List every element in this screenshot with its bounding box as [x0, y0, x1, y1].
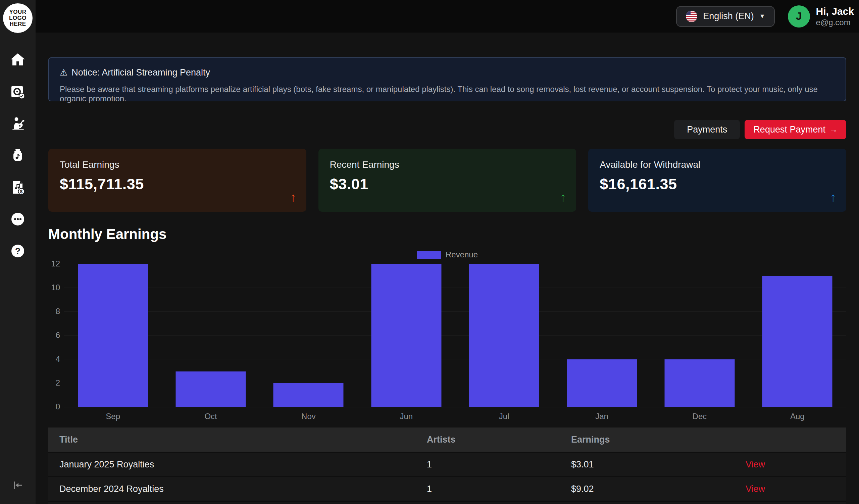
stat-label: Available for Withdrawal — [600, 159, 835, 170]
legend-label: Revenue — [446, 250, 478, 259]
stat-label: Total Earnings — [60, 159, 295, 170]
app: YOUR LOGO HERE — [0, 0, 859, 504]
stat-value: $115,711.35 — [60, 175, 295, 193]
bar-jun[interactable] — [371, 264, 441, 407]
column-header-earnings: Earnings — [560, 434, 735, 445]
royalties-report-icon: $ — [10, 179, 26, 195]
stat-value: $3.01 — [330, 175, 565, 193]
notice-body: Please be aware that streaming platforms… — [60, 85, 835, 103]
bar-jul[interactable] — [469, 264, 539, 407]
x-tick-label: Sep — [106, 412, 120, 421]
collapse-sidebar-button[interactable] — [11, 478, 25, 493]
logo-line: YOUR — [9, 9, 26, 15]
bar-sep[interactable] — [78, 264, 148, 407]
avatar: J — [788, 5, 810, 28]
sidebar-item-home[interactable] — [10, 52, 26, 68]
bar-oct[interactable] — [176, 371, 246, 407]
row-artists: 1 — [416, 484, 560, 494]
release-approved-icon — [10, 83, 26, 100]
gridline — [64, 311, 846, 312]
view-link[interactable]: View — [745, 484, 765, 494]
sidebar-item-royalties[interactable]: $ — [10, 179, 26, 195]
chevron-down-icon: ▼ — [759, 13, 765, 20]
sidebar-item-help[interactable]: ? — [10, 243, 26, 259]
row-earnings: $3.01 — [560, 459, 735, 470]
gridline — [64, 335, 846, 336]
view-link[interactable]: View — [745, 459, 765, 470]
more-icon — [10, 211, 26, 227]
y-tick-label: 6 — [47, 331, 60, 340]
user-info: Hi, Jack e@g.com — [816, 6, 854, 27]
logo[interactable]: YOUR LOGO HERE — [3, 3, 32, 33]
logo-line: HERE — [10, 21, 26, 27]
y-tick-label: 8 — [47, 307, 60, 316]
gridline — [64, 288, 846, 288]
recent-earnings-card: Recent Earnings $3.01 ↑ — [318, 149, 576, 212]
y-tick-label: 12 — [47, 259, 60, 269]
table-row: January 2025 Royalties 1 $3.01 View — [48, 452, 846, 476]
table-row: December 2024 Royalties 1 $9.02 View — [48, 476, 846, 501]
x-tick-label: Aug — [790, 412, 805, 421]
sidebar-item-releases[interactable] — [10, 83, 26, 100]
svg-text:?: ? — [15, 246, 20, 256]
user-greeting: Hi, Jack — [816, 6, 854, 17]
y-tick-label: 10 — [47, 283, 60, 292]
stat-cards: Total Earnings $115,711.35 ↑ Recent Earn… — [48, 149, 846, 212]
legend-swatch — [417, 251, 441, 259]
notice-banner: ⚠Notice: Artificial Streaming Penalty Pl… — [48, 57, 846, 101]
available-withdrawal-card: Available for Withdrawal $16,161.35 ↑ — [588, 149, 846, 212]
sidebar-item-more[interactable] — [10, 211, 26, 227]
sidebar-nav: $ ? — [10, 52, 26, 259]
x-tick-label: Jul — [499, 412, 509, 421]
home-icon — [10, 52, 26, 68]
royalties-table: Title Artists Earnings January 2025 Roya… — [48, 427, 846, 504]
row-earnings: $9.02 — [560, 484, 735, 494]
notice-title: ⚠Notice: Artificial Streaming Penalty — [60, 67, 835, 78]
row-artists: 1 — [416, 459, 560, 470]
top-bar: English (EN) ▼ J Hi, Jack e@g.com — [35, 0, 859, 33]
language-label: English (EN) — [703, 11, 754, 21]
language-selector[interactable]: English (EN) ▼ — [676, 6, 774, 27]
table-header: Title Artists Earnings — [48, 427, 846, 452]
bar-dec[interactable] — [664, 360, 735, 407]
total-earnings-card: Total Earnings $115,711.35 ↑ — [48, 149, 306, 212]
artist-guitar-icon — [10, 116, 26, 132]
warning-icon: ⚠ — [60, 67, 67, 77]
tip-jar-icon — [10, 147, 26, 164]
logo-line: LOGO — [9, 15, 27, 21]
bar-nov[interactable] — [273, 383, 344, 407]
x-tick-label: Dec — [693, 412, 707, 421]
row-title: December 2024 Royalties — [48, 484, 416, 494]
us-flag-icon — [685, 11, 698, 22]
stat-value: $16,161.35 — [600, 175, 835, 193]
stat-label: Recent Earnings — [330, 159, 565, 170]
payments-button[interactable]: Payments — [674, 120, 740, 139]
sidebar-item-tip-jar[interactable] — [10, 147, 26, 164]
sidebar: YOUR LOGO HERE — [0, 0, 35, 504]
y-tick-label: 0 — [47, 402, 60, 411]
y-tick-label: 2 — [47, 378, 60, 387]
bar-aug[interactable] — [762, 276, 832, 407]
gridline — [64, 264, 846, 264]
svg-text:$: $ — [20, 189, 23, 194]
bar-jan[interactable] — [567, 360, 637, 407]
help-icon: ? — [10, 243, 26, 259]
collapse-icon — [11, 478, 25, 492]
monthly-earnings-chart: Revenue 024681012SepOctNovJunJulJanDecAu… — [48, 251, 846, 407]
arrow-up-icon: ↑ — [290, 190, 296, 204]
x-tick-label: Jan — [595, 412, 608, 421]
row-title: January 2025 Royalties — [48, 459, 416, 470]
page-content: ⚠Notice: Artificial Streaming Penalty Pl… — [35, 33, 859, 504]
avatar-initial: J — [796, 10, 802, 22]
payment-actions: Payments Request Payment → — [48, 120, 846, 139]
chart-legend: Revenue — [48, 251, 846, 259]
x-tick-label: Oct — [204, 412, 217, 421]
column-header-artists: Artists — [416, 434, 560, 445]
table-row-partial — [48, 501, 846, 504]
x-tick-label: Nov — [301, 412, 316, 421]
request-payment-label: Request Payment — [753, 124, 826, 135]
request-payment-button[interactable]: Request Payment → — [744, 120, 846, 139]
sidebar-item-artists[interactable] — [10, 116, 26, 132]
user-menu[interactable]: J Hi, Jack e@g.com — [788, 5, 854, 28]
x-tick-label: Jun — [400, 412, 413, 421]
